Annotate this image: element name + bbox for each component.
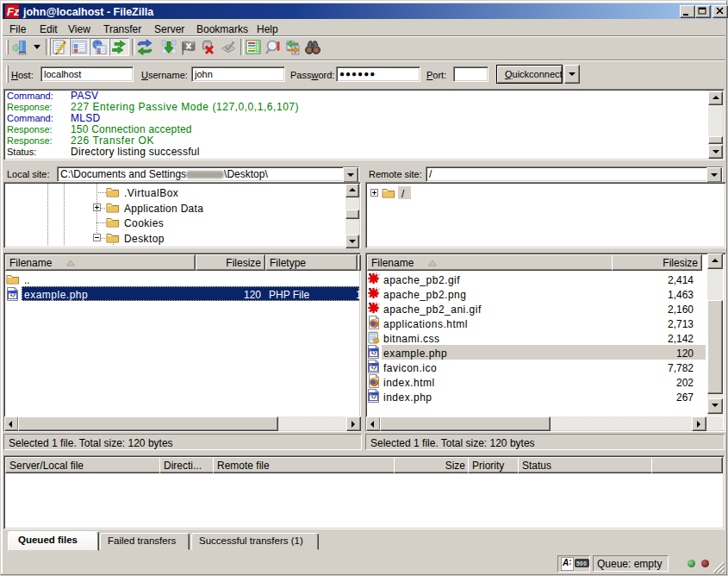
svg-text:Fz: Fz: [7, 5, 19, 18]
